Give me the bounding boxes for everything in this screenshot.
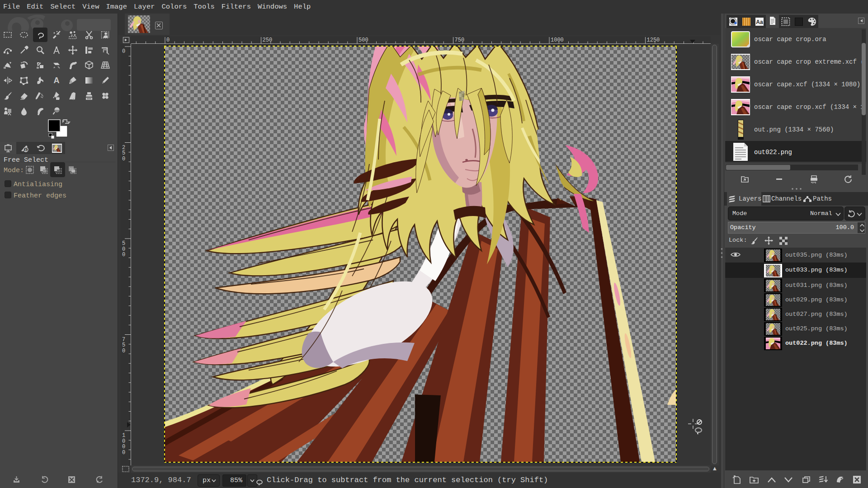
svg-text:0: 0: [122, 252, 125, 258]
svg-text:0: 0: [122, 450, 125, 456]
svg-text:0: 0: [122, 348, 125, 354]
svg-text:i: i: [24, 148, 27, 153]
svg-text:Aa: Aa: [756, 19, 763, 25]
svg-text:0: 0: [122, 48, 125, 55]
svg-text:A: A: [54, 76, 60, 85]
svg-text:0: 0: [166, 37, 170, 43]
svg-text:0: 0: [122, 156, 125, 162]
svg-text:1000: 1000: [551, 37, 564, 43]
svg-text:1250: 1250: [647, 37, 660, 43]
